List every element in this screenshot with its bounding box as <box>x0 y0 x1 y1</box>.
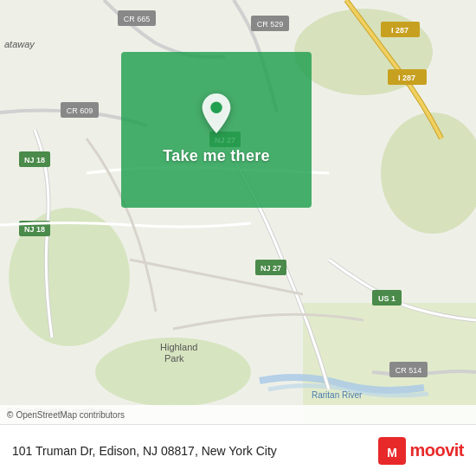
svg-text:Raritan River: Raritan River <box>312 390 363 400</box>
copyright-symbol: © <box>7 410 13 420</box>
map-container: I 287 I 287 NJ 27 NJ 27 US 1 NJ 18 NJ 18… <box>0 0 476 424</box>
svg-text:NJ 18: NJ 18 <box>24 225 45 234</box>
moovit-icon-svg: M <box>378 437 406 465</box>
svg-point-33 <box>210 101 222 113</box>
moovit-brand-name: moovit <box>409 441 464 460</box>
svg-text:CR 665: CR 665 <box>124 15 151 23</box>
svg-text:Park: Park <box>164 353 184 363</box>
location-pin <box>198 92 235 135</box>
svg-text:Highland: Highland <box>160 342 197 352</box>
take-me-there-button[interactable]: Take me there <box>156 144 277 169</box>
moovit-logo: M moovit <box>378 437 464 465</box>
svg-text:NJ 18: NJ 18 <box>24 156 45 164</box>
svg-text:CR 609: CR 609 <box>67 106 93 115</box>
map-cta-overlay[interactable]: Take me there <box>121 52 312 208</box>
svg-text:CR 529: CR 529 <box>257 20 284 29</box>
attribution-bar: © OpenStreetMap contributors <box>0 405 476 424</box>
attribution-text: OpenStreetMap contributors <box>16 410 125 420</box>
svg-text:CR 514: CR 514 <box>396 366 422 375</box>
svg-text:I 287: I 287 <box>391 26 408 35</box>
svg-text:US 1: US 1 <box>378 294 396 303</box>
svg-text:ataway: ataway <box>4 39 35 49</box>
svg-text:NJ 27: NJ 27 <box>261 264 281 273</box>
svg-text:I 287: I 287 <box>398 74 415 82</box>
info-bar: 101 Truman Dr, Edison, NJ 08817, New Yor… <box>0 424 476 476</box>
address-text: 101 Truman Dr, Edison, NJ 08817, New Yor… <box>12 444 277 458</box>
svg-text:M: M <box>388 446 398 460</box>
